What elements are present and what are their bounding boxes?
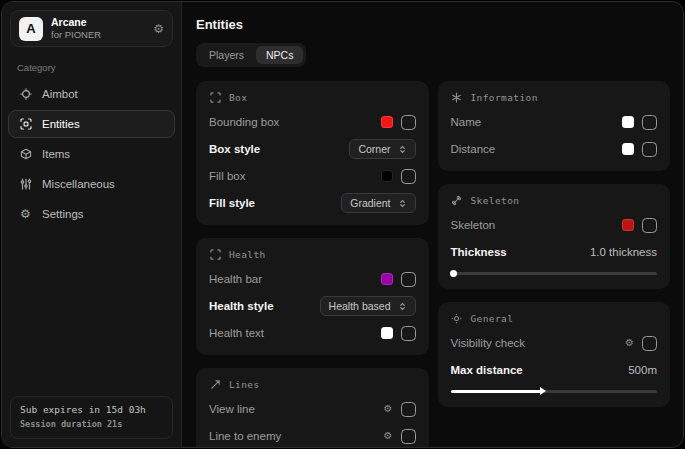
- thickness-slider[interactable]: [451, 270, 658, 277]
- card-title: Health: [229, 249, 266, 260]
- line-to-enemy-row: Line to enemy ⚙: [209, 426, 416, 446]
- card-title: General: [471, 313, 514, 324]
- slider-handle[interactable]: [450, 270, 457, 277]
- bounding-box-checkbox[interactable]: [401, 115, 416, 130]
- name-row: Name: [451, 112, 658, 132]
- health-card: Health Health bar Health style: [196, 238, 429, 355]
- fill-style-dropdown[interactable]: Gradient: [341, 193, 415, 213]
- card-title: Box: [229, 92, 247, 103]
- slider-fill: [451, 390, 544, 393]
- health-text-checkbox[interactable]: [401, 326, 416, 341]
- view-line-checkbox[interactable]: [401, 402, 416, 417]
- row-label: Max distance: [451, 364, 523, 376]
- bone-icon: [451, 194, 463, 206]
- lines-card: Lines View line ⚙ Line to enemy: [196, 368, 429, 448]
- unfold-arrows-icon: [398, 145, 407, 154]
- gear-icon: ⚙: [19, 208, 32, 221]
- dotted-target-icon: [451, 312, 463, 324]
- sidebar-item-label: Aimbot: [42, 88, 78, 100]
- visibility-check-checkbox[interactable]: [642, 336, 657, 351]
- sidebar-item-label: Items: [42, 148, 70, 160]
- general-card: General Visibility check ⚙ Max distance: [438, 302, 671, 407]
- view-line-config-gear-icon[interactable]: ⚙: [384, 404, 393, 414]
- visibility-check-row: Visibility check ⚙: [451, 333, 658, 353]
- row-label: View line: [209, 403, 255, 415]
- cube-icon: [19, 148, 32, 161]
- row-label: Health style: [209, 300, 274, 312]
- sidebar: A Arcane for PIONER ⚙ Category Aimbot: [2, 2, 182, 447]
- skeleton-row: Skeleton: [451, 215, 658, 235]
- max-distance-value: 500m: [628, 364, 657, 376]
- row-label: Fill style: [209, 197, 255, 209]
- fill-style-row: Fill style Gradient: [209, 193, 416, 213]
- health-bar-checkbox[interactable]: [401, 272, 416, 287]
- tab-npcs[interactable]: NPCs: [256, 46, 303, 64]
- health-style-dropdown[interactable]: Health based: [320, 296, 416, 316]
- name-color-swatch[interactable]: [622, 116, 634, 128]
- dropdown-value: Health based: [329, 300, 391, 312]
- app-logo: A: [19, 17, 43, 41]
- distance-color-swatch[interactable]: [622, 143, 634, 155]
- row-label: Fill box: [209, 170, 245, 182]
- app-window: A Arcane for PIONER ⚙ Category Aimbot: [1, 1, 684, 448]
- skeleton-checkbox[interactable]: [642, 218, 657, 233]
- scan-brackets-icon: [209, 248, 221, 260]
- fill-box-row: Fill box: [209, 166, 416, 186]
- sidebar-nav: Aimbot Entities Items: [2, 80, 181, 228]
- sidebar-item-label: Entities: [42, 118, 80, 130]
- crosshair-icon: [19, 88, 32, 101]
- card-title: Lines: [229, 379, 260, 390]
- sidebar-item-entities[interactable]: Entities: [8, 110, 175, 138]
- name-checkbox[interactable]: [642, 115, 657, 130]
- bounding-box-row: Bounding box: [209, 112, 416, 132]
- sidebar-item-settings[interactable]: ⚙ Settings: [8, 200, 175, 228]
- health-bar-color-swatch[interactable]: [381, 273, 393, 285]
- scan-brackets-icon: [209, 91, 221, 103]
- health-text-color-swatch[interactable]: [381, 327, 393, 339]
- box-style-dropdown[interactable]: Corner: [349, 139, 415, 159]
- row-label: Distance: [451, 143, 496, 155]
- settings-gear-icon[interactable]: ⚙: [153, 22, 164, 36]
- brand-card: A Arcane for PIONER ⚙: [10, 10, 173, 47]
- sidebar-item-items[interactable]: Items: [8, 140, 175, 168]
- fill-box-checkbox[interactable]: [401, 169, 416, 184]
- health-text-row: Health text: [209, 323, 416, 343]
- distance-row: Distance: [451, 139, 658, 159]
- fill-box-color-swatch[interactable]: [381, 170, 393, 182]
- slider-track: [451, 272, 658, 275]
- visibility-config-gear-icon[interactable]: ⚙: [625, 338, 634, 348]
- line-to-enemy-checkbox[interactable]: [401, 429, 416, 444]
- box-card: Box Bounding box Box style: [196, 81, 429, 225]
- line-to-enemy-config-gear-icon[interactable]: ⚙: [384, 431, 393, 441]
- skeleton-color-swatch[interactable]: [622, 219, 634, 231]
- row-label: Health bar: [209, 273, 262, 285]
- thickness-value: 1.0 thickness: [590, 246, 657, 258]
- session-duration-text: Session duration 21s: [20, 418, 163, 431]
- bounding-box-color-swatch[interactable]: [381, 116, 393, 128]
- distance-checkbox[interactable]: [642, 142, 657, 157]
- health-bar-row: Health bar: [209, 269, 416, 289]
- slider-arrow-handle[interactable]: [540, 387, 546, 395]
- brand-subtitle: for PIONER: [51, 29, 101, 41]
- card-title: Information: [471, 92, 538, 103]
- sidebar-item-label: Settings: [42, 208, 84, 220]
- subscription-status-card: Sub expires in 15d 03h Session duration …: [10, 396, 173, 439]
- asterisk-icon: [451, 91, 463, 103]
- view-line-row: View line ⚙: [209, 399, 416, 419]
- row-label: Visibility check: [451, 337, 526, 349]
- max-distance-slider[interactable]: [451, 388, 658, 395]
- category-label: Category: [17, 62, 181, 73]
- sidebar-item-aimbot[interactable]: Aimbot: [8, 80, 175, 108]
- information-card: Information Name Distance: [438, 81, 671, 171]
- skeleton-card: Skeleton Skeleton Thickness 1.0 t: [438, 184, 671, 289]
- thickness-row: Thickness 1.0 thickness: [451, 242, 658, 262]
- entity-tabs: Players NPCs: [196, 43, 306, 67]
- page-title: Entities: [196, 17, 670, 32]
- tab-players[interactable]: Players: [199, 46, 254, 64]
- card-title: Skeleton: [471, 195, 520, 206]
- health-style-row: Health style Health based: [209, 296, 416, 316]
- box-style-row: Box style Corner: [209, 139, 416, 159]
- row-label: Skeleton: [451, 219, 496, 231]
- sidebar-item-miscellaneous[interactable]: Miscellaneous: [8, 170, 175, 198]
- sidebar-item-label: Miscellaneous: [42, 178, 115, 190]
